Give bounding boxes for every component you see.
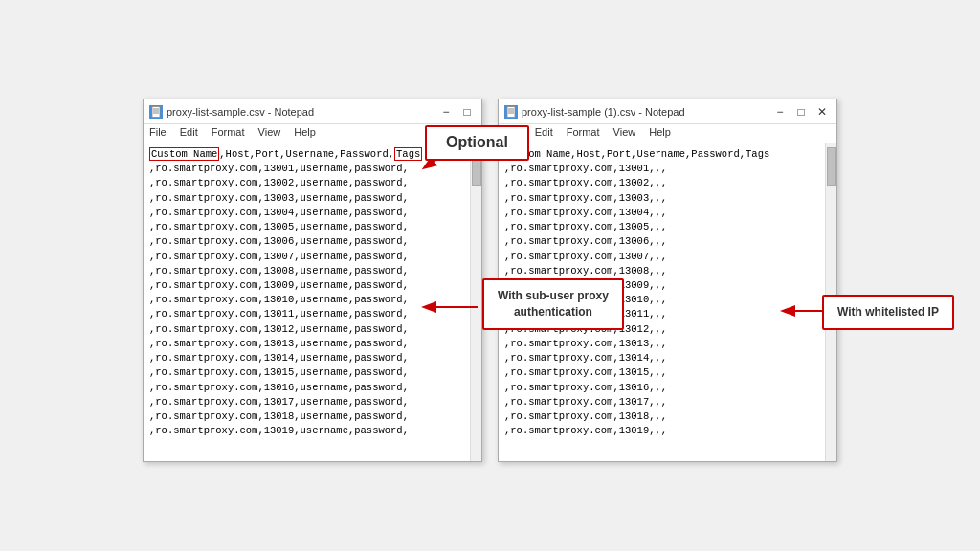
table-row: ,ro.smartproxy.com,13015,,, [504,365,819,380]
header-line-2: Custom Name,Host,Port,Username,Password,… [504,147,819,162]
header-rest-1: ,Host,Port,Username,Password,Tags [219,147,422,161]
table-row: ,ro.smartproxy.com,13010,username,passwo… [149,293,464,307]
menu-view-1[interactable]: View [256,126,283,141]
whitelisted-label: With whitelisted IP [837,305,939,319]
window-controls-2: − □ ✕ [771,103,831,121]
table-row: ,ro.smartproxy.com,13005,username,passwo… [149,220,464,234]
table-row: ,ro.smartproxy.com,13009,username,passwo… [149,278,464,293]
table-row: ,ro.smartproxy.com,13013,,, [504,337,819,351]
window-controls-1: − □ [437,103,476,121]
table-row: ,ro.smartproxy.com,13018,username,passwo… [149,409,464,424]
menu-help-2[interactable]: Help [647,126,673,141]
table-row: ,ro.smartproxy.com,13012,username,passwo… [149,322,464,337]
table-row: ,ro.smartproxy.com,13008,username,passwo… [149,264,464,278]
sub-user-callout: With sub-user proxyauthentication [482,278,624,330]
menu-help-1[interactable]: Help [292,126,318,141]
table-row: ,ro.smartproxy.com,13002,username,passwo… [149,176,464,190]
table-row: ,ro.smartproxy.com,13003,username,passwo… [149,191,464,206]
header-line-1: Custom Name,Host,Port,Username,Password,… [149,147,464,162]
table-row: ,ro.smartproxy.com,13016,username,passwo… [149,381,464,395]
table-row: ,ro.smartproxy.com,13013,username,passwo… [149,337,464,351]
whitelisted-callout: With whitelisted IP [822,295,954,330]
app-icon-2 [504,105,518,119]
close-button-2[interactable]: ✕ [813,103,831,121]
table-row: ,ro.smartproxy.com,13004,,, [504,206,819,220]
table-row: ,ro.smartproxy.com,13007,username,passwo… [149,250,464,264]
table-row: ,ro.smartproxy.com,13006,username,passwo… [149,234,464,249]
table-row: ,ro.smartproxy.com,13005,,, [504,220,819,234]
data-rows-1: ,ro.smartproxy.com,13001,username,passwo… [149,162,464,438]
svg-rect-4 [507,106,515,117]
optional-callout: Optional [425,125,529,161]
table-row: ,ro.smartproxy.com,13007,,, [504,250,819,264]
menu-edit-2[interactable]: Edit [533,126,555,141]
table-row: ,ro.smartproxy.com,13011,username,passwo… [149,307,464,321]
highlight-custom-name: Custom Name [149,147,219,161]
content-area-1: Custom Name,Host,Port,Username,Password,… [144,143,470,461]
table-row: ,ro.smartproxy.com,13008,,, [504,264,819,278]
main-container: proxy-list-sample.csv - Notepad − □ File… [0,0,980,551]
table-row: ,ro.smartproxy.com,13003,,, [504,191,819,206]
table-row: ,ro.smartproxy.com,13018,,, [504,409,819,424]
table-row: ,ro.smartproxy.com,13017,,, [504,395,819,409]
table-row: ,ro.smartproxy.com,13015,username,passwo… [149,365,464,380]
menu-view-2[interactable]: View [612,126,638,141]
table-row: ,ro.smartproxy.com,13001,,, [504,162,819,176]
table-row: ,ro.smartproxy.com,13002,,, [504,176,819,190]
scrollbar-1[interactable] [470,143,481,461]
minimize-button-1[interactable]: − [437,103,455,121]
table-row: ,ro.smartproxy.com,13019,,, [504,424,819,438]
maximize-button-1[interactable]: □ [458,103,476,121]
table-row: ,ro.smartproxy.com,13006,,, [504,234,819,249]
minimize-button-2[interactable]: − [771,103,789,121]
svg-rect-0 [152,106,160,117]
title-bar-2: proxy-list-sample (1).csv - Notepad − □ … [499,99,836,124]
sub-user-label: With sub-user proxyauthentication [498,289,609,319]
menu-format-1[interactable]: Format [210,126,247,141]
table-row: ,ro.smartproxy.com,13017,username,passwo… [149,395,464,409]
menu-edit-1[interactable]: Edit [178,126,200,141]
table-row: ,ro.smartproxy.com,13016,,, [504,381,819,395]
table-row: ,ro.smartproxy.com,13004,username,passwo… [149,206,464,220]
table-row: ,ro.smartproxy.com,13001,username,passwo… [149,162,464,176]
window-title-2: proxy-list-sample (1).csv - Notepad [522,106,685,118]
app-icon-1 [149,105,163,119]
maximize-button-2[interactable]: □ [792,103,810,121]
menu-format-2[interactable]: Format [565,126,602,141]
table-row: ,ro.smartproxy.com,13014,username,passwo… [149,351,464,365]
window-title-1: proxy-list-sample.csv - Notepad [167,106,314,118]
scrollbar-thumb-2[interactable] [827,147,836,186]
table-row: ,ro.smartproxy.com,13014,,, [504,351,819,365]
menu-file-1[interactable]: File [147,126,168,141]
highlight-tags: Tags [394,147,422,161]
title-bar-1: proxy-list-sample.csv - Notepad − □ [144,99,481,124]
table-row: ,ro.smartproxy.com,13019,username,passwo… [149,424,464,438]
menu-bar-2: File Edit Format View Help [499,124,836,143]
